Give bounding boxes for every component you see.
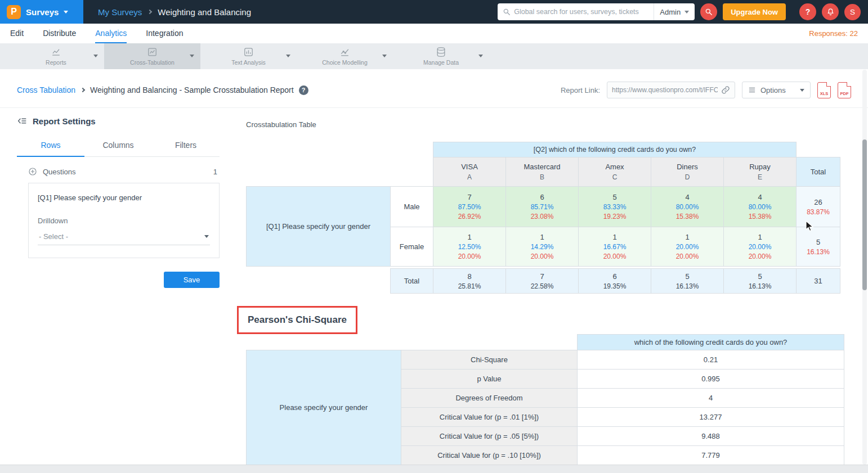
cell-count: 26 <box>798 198 839 206</box>
topbar-actions: Admin Upgrade Now ? S <box>498 3 868 20</box>
question-text: [Q1] Please specify your gender <box>38 193 210 202</box>
chi-row: Please specify your gender Chi-Square 0.… <box>247 350 844 370</box>
spacer-cell <box>247 269 391 294</box>
questions-count: 1 <box>213 168 217 176</box>
question-box: [Q1] Please specify your gender Drilldow… <box>28 183 220 258</box>
line-chart-icon <box>51 47 61 57</box>
breadcrumb-my-surveys[interactable]: My Surveys <box>98 7 142 17</box>
chart-icon <box>147 47 158 57</box>
crosstab-cell: 1 20.00% 20.00% <box>651 227 724 267</box>
tool-label: Cross-Tabulation <box>130 59 175 66</box>
cell-col-pct: 20.00% <box>652 253 722 260</box>
cell-row-pct: 16.67% <box>580 243 650 251</box>
chevron-down-icon <box>190 55 194 57</box>
user-avatar[interactable]: S <box>844 4 861 20</box>
tool-text-analysis[interactable]: Text Analysis <box>200 43 297 69</box>
cell-col-pct: 15.38% <box>725 213 795 220</box>
column-code: D <box>652 173 722 181</box>
cross-tabulation-link[interactable]: Cross Tabulation <box>17 85 75 94</box>
column-code: E <box>725 173 795 181</box>
column-code: B <box>507 173 577 181</box>
row-label-male: Male <box>391 187 433 227</box>
cell-col-pct: 20.00% <box>580 253 650 260</box>
breadcrumb: My Surveys Weighting and Balancing <box>98 7 251 17</box>
drilldown-select[interactable]: - Select - <box>38 228 210 245</box>
chevron-down-icon <box>204 235 209 238</box>
chi-square-table: which of the following credit cards do y… <box>246 334 844 465</box>
options-dropdown[interactable]: Options <box>742 82 811 98</box>
cell-col-pct: 23.08% <box>507 213 577 220</box>
upgrade-now-button[interactable]: Upgrade Now <box>723 3 786 20</box>
total-column-header: Total <box>797 157 840 187</box>
row-total-cell: 26 83.87% <box>797 187 840 227</box>
cell-row-pct: 20.00% <box>725 243 795 251</box>
survey-nav: Edit Distribute Analytics Integration Re… <box>0 24 868 43</box>
collapse-panel-icon[interactable] <box>17 116 27 126</box>
column-name: Diners <box>652 163 722 171</box>
surveys-product-menu[interactable]: P Surveys <box>0 0 83 24</box>
search-scope-dropdown[interactable]: Admin <box>654 3 695 20</box>
xls-icon: XLS <box>820 91 829 96</box>
content-body: Report Settings Rows Columns Filters Que… <box>0 108 868 465</box>
nav-integration[interactable]: Integration <box>146 24 183 43</box>
report-link-label: Report Link: <box>561 86 600 94</box>
cell-total-pct: 83.87% <box>798 208 839 216</box>
pdf-icon: PDF <box>840 91 849 96</box>
scrollbar-thumb[interactable] <box>862 139 867 290</box>
notifications-button[interactable] <box>822 3 839 20</box>
save-button[interactable]: Save <box>164 272 220 288</box>
add-question-icon[interactable] <box>28 167 37 176</box>
link-icon <box>721 85 730 94</box>
column-name: Mastercard <box>507 163 577 171</box>
export-xls-button[interactable]: XLS <box>817 82 831 98</box>
cell-count: 1 <box>725 233 795 241</box>
cell-count: 1 <box>580 233 650 241</box>
crosstab-cell: 1 12.50% 20.00% <box>433 227 506 267</box>
list-icon <box>748 86 756 94</box>
help-button[interactable]: ? <box>799 3 816 20</box>
tool-cross-tabulation[interactable]: Cross-Tabulation <box>104 43 200 69</box>
nav-edit[interactable]: Edit <box>10 24 24 43</box>
total-cell: 8 25.81% <box>433 269 506 294</box>
row-label-female: Female <box>391 227 433 267</box>
cell-pct: 19.35% <box>580 282 650 290</box>
nav-distribute[interactable]: Distribute <box>43 24 76 43</box>
cell-count: 7 <box>435 193 504 201</box>
tool-reports[interactable]: Reports <box>8 43 104 69</box>
main-content: Crosstabulation Table [Q2] which of the … <box>246 108 843 465</box>
row-question-cell: [Q1] Please specify your gender <box>247 187 391 267</box>
drilldown-label: Drilldown <box>38 217 210 225</box>
cell-count: 6 <box>507 193 577 201</box>
chi-row-question: Please specify your gender <box>247 350 401 465</box>
tab-columns[interactable]: Columns <box>84 135 152 157</box>
cell-count: 1 <box>435 233 504 241</box>
tool-choice-modelling[interactable]: Choice Modelling <box>297 43 393 69</box>
product-name: Surveys <box>26 7 59 17</box>
cell-row-pct: 85.71% <box>507 203 577 211</box>
tab-filters[interactable]: Filters <box>152 135 220 157</box>
tab-rows[interactable]: Rows <box>17 135 84 157</box>
chevron-right-icon <box>147 10 152 14</box>
spacer-cell <box>797 142 840 157</box>
trend-chart-icon <box>339 47 350 57</box>
help-icon[interactable]: ? <box>299 85 308 95</box>
report-url-input[interactable] <box>612 86 718 94</box>
cell-pct: 25.81% <box>435 282 504 290</box>
database-icon <box>436 47 446 57</box>
search-input[interactable] <box>514 8 654 16</box>
pearson-chi-square-heading: Pearson's Chi-Square <box>237 306 357 334</box>
column-header-amex: Amex C <box>579 157 651 187</box>
chi-label: Chi-Square <box>401 350 578 370</box>
chi-label: Critical Value for (p = .01 [1%]) <box>401 408 578 427</box>
nav-analytics[interactable]: Analytics <box>95 24 127 43</box>
analytics-toolbar: Reports Cross-Tabulation Text Analysis C… <box>0 43 868 69</box>
export-pdf-button[interactable]: PDF <box>838 82 851 98</box>
tool-label: Text Analysis <box>231 59 266 66</box>
search-button[interactable] <box>700 3 717 20</box>
top-bar: P Surveys My Surveys Weighting and Balan… <box>0 0 868 24</box>
tool-label: Manage Data <box>423 59 459 66</box>
tool-manage-data[interactable]: Manage Data <box>393 43 489 69</box>
responses-count: Responses: 22 <box>809 24 858 43</box>
tool-label: Choice Modelling <box>322 59 368 66</box>
chi-label: Critical Value for (p = .10 [10%]) <box>401 446 578 465</box>
